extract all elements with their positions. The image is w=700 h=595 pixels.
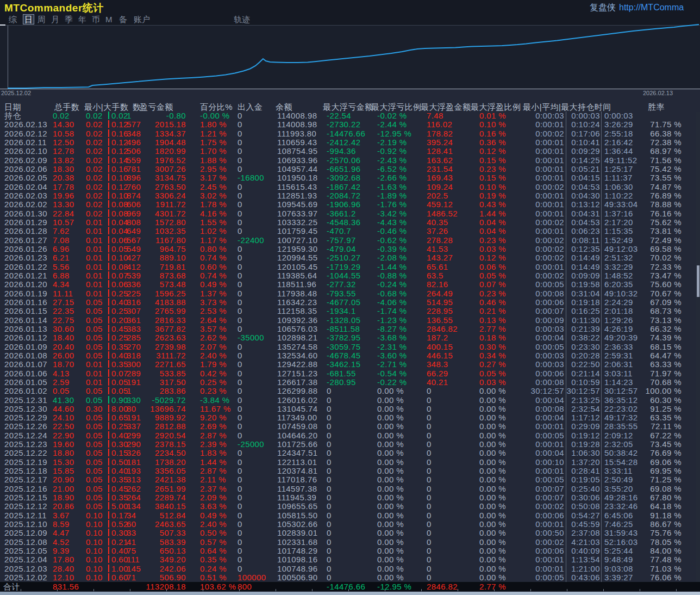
cell-max-float-loss-pct: 0.00 % — [377, 547, 404, 555]
brand-link[interactable]: 复盘侠http://MTComma — [590, 2, 684, 14]
table-row[interactable]: 2025.12.2924.100.050.651919889.929.20 %0… — [0, 413, 700, 422]
table-row[interactable]: 2025.12.059.390.100.4075650.130.64 %0101… — [0, 547, 700, 555]
cell-min-hold-time: 0:00:04 — [521, 449, 564, 457]
cell-total-lots: 10.57 — [53, 218, 74, 227]
table-row[interactable]: 2025.12.0328.400.101.00145242.060.24 %01… — [0, 565, 700, 573]
table-row[interactable]: 2026.01.277.080.010.065671167.801.17 %-2… — [0, 236, 700, 245]
table-row[interactable]: 2025.12.3141.300.050.90330-5029.72-3.84 … — [0, 396, 700, 405]
header-cell[interactable]: 最大浮亏金额 — [323, 102, 373, 111]
cell-win-rate: 71.03 % — [625, 565, 682, 573]
header-cell[interactable]: 余额 — [276, 102, 292, 111]
table-row[interactable]: 2026.01.266.960.010.05549964.750.80 %012… — [0, 245, 700, 253]
header-cell[interactable]: 最大浮盈金额 — [421, 102, 471, 111]
table-row[interactable]: 2026.02.1210.580.020.163481334.371.21 %0… — [0, 129, 700, 138]
cell-min-lot: 0.01 — [86, 227, 103, 235]
cell-inout: -35000 — [238, 333, 264, 342]
header-cell[interactable]: 总手数 — [54, 102, 79, 111]
table-row[interactable]: 2026.01.204.340.010.06336573.480.49 %011… — [0, 280, 700, 289]
header-cell[interactable]: 最小|大手数 — [84, 102, 128, 111]
table-row[interactable]: 2026.01.216.880.010.07539873.680.74 %011… — [0, 271, 700, 280]
table-row[interactable]: 2025.12.1915.300.050.501811738.201.44 %0… — [0, 458, 700, 467]
table-row[interactable]: 2026.01.1911.110.010.252251596.251.37 %0… — [0, 289, 700, 298]
table-row[interactable]: 2026.02.0417.780.020.127602763.502.45 %0… — [0, 183, 700, 191]
table-row[interactable]: 2025.12.1720.900.050.353132421.382.11 %0… — [0, 475, 700, 484]
table-row[interactable]: 2026.01.2910.570.010.048081572.801.55 %0… — [0, 218, 700, 227]
cell-min-lot: 0.01 — [86, 236, 103, 245]
table-row[interactable]: 2026.02.1112.500.020.124961904.481.75 %0… — [0, 138, 700, 147]
table-row[interactable]: 2026.01.0718.700.010.353002271.651.79 %0… — [0, 360, 700, 369]
tab-item-0[interactable]: 综 — [8, 15, 18, 24]
cell-min-hold-time: 0:00:02 — [521, 538, 564, 547]
header-cell[interactable]: 最小|平均|最大持仓时间 — [523, 102, 611, 111]
table-row[interactable]: 2026.02.1012.780.020.125061820.991.70 %0… — [0, 147, 700, 156]
tab-item-5[interactable]: 年 — [77, 15, 88, 24]
tab-item-8[interactable]: 备 — [118, 15, 128, 24]
table-row[interactable]: 2025.12.1815.850.050.401933356.052.87 %0… — [0, 467, 700, 475]
table-row[interactable]: 2025.12.1621.000.050.452622651.992.37 %0… — [0, 485, 700, 493]
table-row[interactable]: 2025.12.0417.800.100.60111349.200.35 %01… — [0, 555, 700, 564]
table-row[interactable]: 2026.02.1314.300.020.125772015.181.80 %0… — [0, 120, 700, 129]
table-row[interactable]: 2025.12.1518.900.050.352642289.742.09 %0… — [0, 493, 700, 502]
table-row[interactable]: 2025.12.1220.860.055.001343840.153.63 %0… — [0, 502, 700, 511]
table-row[interactable]: 2025.12.2422.900.050.402992920.542.87 %0… — [0, 431, 700, 440]
table-row[interactable]: 2025.12.2319.600.050.302902378.152.39 %-… — [0, 440, 700, 449]
tick — [312, 589, 312, 591]
scrollbar[interactable] — [696, 112, 700, 582]
header-cell[interactable]: 百分比% — [200, 102, 233, 111]
table-row[interactable]: 2026.02.0319.960.020.108743306.243.02 %0… — [0, 191, 700, 200]
table-row[interactable]: 2026.01.052.590.010.05191317.500.25 %012… — [0, 378, 700, 387]
header-cell[interactable]: 最大浮盈比例 — [471, 102, 521, 111]
header-cell[interactable]: 胜率 — [648, 102, 665, 111]
table-row[interactable]: 2026.01.225.560.010.08412719.810.60 %012… — [0, 263, 700, 271]
scrollbar-thumb[interactable] — [697, 265, 699, 297]
table-row[interactable]: 2025.12.094.470.100.3033507.330.50 %0102… — [0, 529, 700, 537]
table-row[interactable]: 2025.12.113.670.100.1734512.840.49 %0105… — [0, 511, 700, 520]
cell-max-float-loss-pct: 0.00 % — [377, 431, 404, 440]
table-row[interactable]: 2026.01.1330.600.050.453833677.823.57 %0… — [0, 325, 700, 333]
table-row[interactable]: 2026.01.064.130.010.07289533.850.42 %012… — [0, 369, 700, 378]
tab-item-9[interactable]: 账户 — [133, 15, 151, 24]
table-row[interactable]: 2026.01.0826.000.050.403183111.722.40 %0… — [0, 351, 700, 360]
table-row[interactable]: 持仓0.020.020.021-0.80-0.00 %0114008.98-22… — [0, 111, 700, 120]
cell-min-lot: 0.01 — [86, 271, 103, 280]
tab-item-6[interactable]: 币 — [91, 15, 101, 24]
table-row[interactable]: 2025.12.108.590.100.52602463.652.40 %010… — [0, 520, 700, 529]
time-divider — [601, 218, 602, 227]
tab-item-4[interactable]: 季 — [64, 15, 74, 24]
header-cell[interactable]: 最大浮亏比例 — [371, 102, 421, 111]
tab-item-10[interactable]: 轨迹 — [233, 15, 251, 24]
header-cell[interactable]: 日期 — [4, 102, 21, 111]
header-cell[interactable]: 盈亏金额 — [140, 102, 173, 111]
table-row[interactable]: 2026.02.0213.300.020.086061911.721.78 %0… — [0, 200, 700, 209]
cell-max-float-profit-pct: 0.03 % — [479, 378, 506, 387]
table-row[interactable]: 2025.12.0212.100.100.6071506.900.51 %100… — [0, 573, 700, 582]
cell-min-hold-time: 0:00:04 — [521, 396, 564, 405]
table-row[interactable]: 2026.01.3022.840.020.089694301.724.16 %0… — [0, 209, 700, 218]
table-row[interactable]: 2026.01.020.050.050.051283.860.23 %01262… — [0, 387, 700, 395]
table-row[interactable]: 2026.01.1422.750.050.203612816.332.64 %0… — [0, 316, 700, 325]
cell-min-lot: 0.10 — [86, 547, 103, 555]
table-row[interactable]: 2026.01.1218.400.050.252852623.632.62 %-… — [0, 333, 700, 342]
cell-max-float-loss-pct: -0.88 % — [377, 271, 407, 280]
table-row[interactable]: 2026.02.0618.300.020.167813007.262.95 %0… — [0, 165, 700, 173]
table-row[interactable]: 2026.01.236.210.010.10427889.100.74 %012… — [0, 253, 700, 262]
tab-item-3[interactable]: 月 — [50, 15, 60, 24]
time-divider — [601, 156, 602, 165]
tab-item-2[interactable]: 周 — [36, 15, 47, 24]
table-row[interactable]: 2025.12.2622.500.050.253372812.882.69 %0… — [0, 422, 700, 431]
header-cell[interactable]: 出入金 — [238, 102, 262, 111]
cell-max-hold-time: 0:00:03 — [604, 111, 633, 120]
table-row[interactable]: 2026.02.0913.820.020.145591976.521.88 %0… — [0, 156, 700, 165]
table-row[interactable]: 2026.01.1627.150.050.403164183.883.73 %0… — [0, 298, 700, 307]
table-row[interactable]: 2026.01.0920.400.050.352702739.982.07 %0… — [0, 343, 700, 351]
table-row[interactable]: 2025.12.2218.800.050.153262234.501.83 %0… — [0, 449, 700, 457]
tab-item-7[interactable]: M — [104, 15, 114, 24]
brand-url[interactable]: http://MTComma — [619, 3, 684, 12]
table-row[interactable]: 2025.12.084.520.100.2141583.390.57 %0102… — [0, 538, 700, 547]
tab-item-1[interactable]: 日 — [23, 14, 34, 24]
table-row[interactable]: 2026.01.1522.350.050.253072765.992.53 %0… — [0, 307, 700, 315]
table-row[interactable]: 2025.12.3044.600.308.008013696.7411.67 %… — [0, 405, 700, 413]
table-row[interactable]: 2026.02.0520.380.020.108963134.753.17 %-… — [0, 173, 700, 182]
time-divider — [601, 440, 602, 449]
table-row[interactable]: 2026.01.287.620.010.046491032.351.02 %01… — [0, 227, 700, 235]
